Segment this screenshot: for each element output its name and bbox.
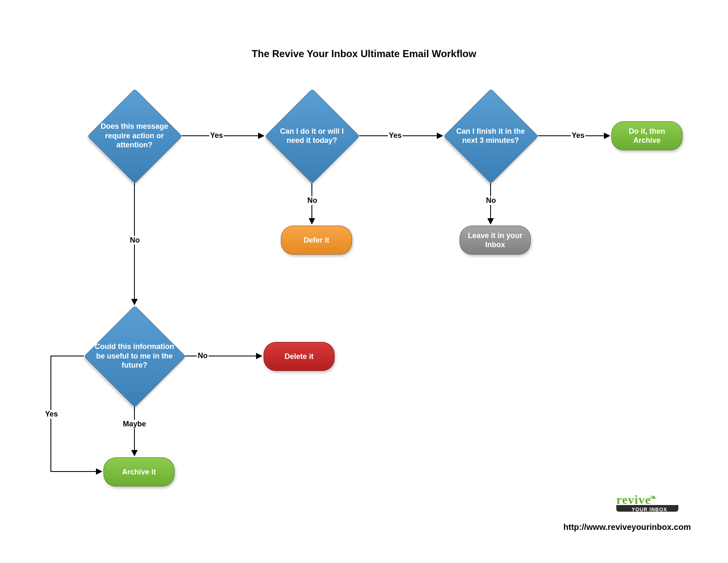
edge-label-yes: Yes xyxy=(209,131,224,140)
edge-label-no: No xyxy=(485,196,497,205)
terminal-do-then-archive: Do it, then Archive xyxy=(611,121,682,150)
edge-label-no: No xyxy=(197,351,208,360)
terminal-defer: Defer it xyxy=(281,226,352,255)
edge-label-yes: Yes xyxy=(388,131,402,140)
logo-sub: YOUR INBOX xyxy=(616,507,682,512)
terminal-delete: Delete it xyxy=(263,342,335,371)
decision-useful-future: Could this information be useful to me i… xyxy=(84,306,185,407)
leaf-icon: ❧ xyxy=(649,492,657,503)
edge-label-maybe: Maybe xyxy=(122,420,147,428)
decision-label: Could this information be useful to me i… xyxy=(84,306,185,407)
terminal-leave-inbox: Leave it in your Inbox xyxy=(460,226,531,255)
decision-label: Can I finish it in the next 3 minutes? xyxy=(443,89,538,183)
flowchart-canvas: The Revive Your Inbox Ultimate Email Wor… xyxy=(0,0,728,563)
terminal-archive: Archive it xyxy=(103,457,175,486)
edge-label-yes: Yes xyxy=(44,410,59,419)
decision-label: Can I do it or will I need it today? xyxy=(265,89,359,183)
source-url: http://www.reviveyourinbox.com xyxy=(563,522,691,532)
decision-label: Does this message require action or atte… xyxy=(87,89,182,183)
decision-need-today: Can I do it or will I need it today? xyxy=(265,89,359,183)
revive-inbox-logo: revive❧ YOUR INBOX xyxy=(616,493,682,515)
diagram-title: The Revive Your Inbox Ultimate Email Wor… xyxy=(0,48,728,60)
edge-label-no: No xyxy=(129,236,141,245)
edge-label-no: No xyxy=(307,196,318,205)
decision-three-minutes: Can I finish it in the next 3 minutes? xyxy=(443,89,538,183)
decision-require-action: Does this message require action or atte… xyxy=(87,89,182,183)
logo-word: revive xyxy=(616,493,651,506)
edge-label-yes: Yes xyxy=(571,131,585,140)
